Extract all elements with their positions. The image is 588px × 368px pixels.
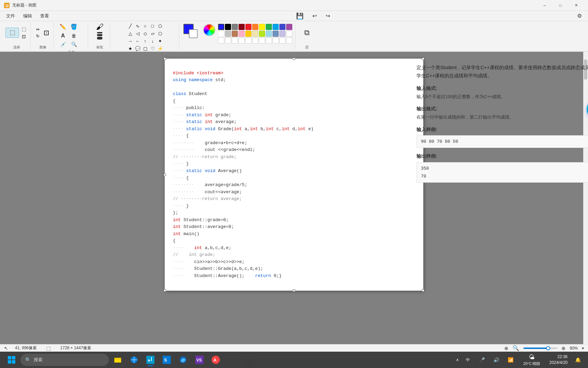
shape-hexagon[interactable]: ⬡ [157,30,164,37]
handle-bm[interactable] [293,289,295,292]
shape-larrow[interactable]: ← [134,37,141,44]
shape-line[interactable]: ╱ [127,22,134,29]
color-swatch-brown[interactable] [232,31,238,37]
shape-rarrow[interactable]: → [127,37,134,44]
color-swatch-custom11[interactable] [286,37,292,44]
rotate-btn[interactable]: ↻ [35,33,41,39]
brush-size-3[interactable] [97,37,102,40]
minimize-button[interactable]: ─ [537,0,553,11]
color-swatch-gray[interactable] [232,24,238,30]
shape-curve[interactable]: ∿ [134,22,141,29]
color-swatch-custom9[interactable] [273,37,279,44]
start-button[interactable] [4,352,19,367]
menu-file[interactable]: 文件 [3,12,18,20]
shape-triangle[interactable]: △ [127,30,134,37]
handle-tl[interactable] [164,58,166,60]
taskbar-app-files[interactable] [110,352,125,367]
color-swatch-purple[interactable] [286,24,292,30]
fill-btn[interactable]: 🪣 [69,22,79,31]
shape-rect[interactable]: □ [149,22,156,29]
undo-button[interactable]: ↩ [309,11,320,20]
redo-button[interactable]: ↪ [322,11,333,20]
color-swatch-white2[interactable] [286,31,292,37]
shape-callout[interactable]: 💬 [134,45,141,52]
brush-size-2[interactable] [97,34,102,36]
color-swatch-orange[interactable] [252,24,258,30]
notifications-btn[interactable]: 🔔 [572,354,584,366]
wifi-icon[interactable]: 📶 [505,354,517,366]
color-swatch-custom6[interactable] [252,37,258,44]
background-color[interactable] [189,29,198,38]
handle-tm[interactable] [293,58,295,60]
shape-star5[interactable]: ★ [127,45,134,52]
zoom-slider[interactable] [523,348,557,349]
color-swatch-custom4[interactable] [239,37,245,44]
taskbar-app-edge[interactable] [176,352,191,367]
tray-expand-btn[interactable]: ∧ [455,356,460,364]
weather-widget[interactable]: 🌤 20°C 晴朗 [518,352,545,367]
ime-btn[interactable]: 中 [462,354,474,366]
color-swatch-ltgray[interactable] [225,31,231,37]
color-swatch-custom1[interactable] [218,37,224,44]
zoom-thumb[interactable] [546,346,550,350]
color-swatch-custom2[interactable] [225,37,231,44]
crop2-btn[interactable]: ⊡ [42,28,51,37]
color-swatch-indigo[interactable] [279,24,285,30]
color-swatch-yellow[interactable] [259,24,265,30]
zoom-in-btn[interactable]: ⊕ [561,346,566,351]
color-swatch-custom8[interactable] [266,37,272,44]
color-swatch-pink[interactable] [239,31,245,37]
shape-rounded-rect[interactable]: ▢ [142,45,149,52]
shape-pentagon[interactable]: ⬠ [157,22,164,29]
text-btn[interactable]: A [58,32,68,40]
settings-button[interactable]: ⚙ [574,11,585,20]
menu-view[interactable]: 查看 [37,12,52,20]
taskbar-app-browser[interactable] [127,352,142,367]
color-swatch-white[interactable] [218,31,224,37]
layers-btn[interactable]: ⧉ [300,27,314,39]
color-swatch-beige[interactable] [252,31,258,37]
shape-oval[interactable]: ○ [142,22,149,29]
color-swatch-lime[interactable] [259,31,265,37]
shape-rtriangle[interactable]: ◁ [134,30,141,37]
taskbar-search[interactable]: 🔍 搜索 [20,354,109,366]
color-swatch-black[interactable] [225,24,231,30]
zoom-out-btn[interactable]: 🔍 [512,345,519,351]
save-button[interactable]: 💾 [293,11,307,21]
shape-heart[interactable]: ♡ [149,45,156,52]
handle-br[interactable] [422,289,424,292]
taskbar-app-other[interactable]: A [208,352,223,367]
color-swatch-custom7[interactable] [259,37,265,44]
color-swatch-ltblue[interactable] [266,31,272,37]
handle-ml[interactable] [164,173,166,176]
magnify-btn[interactable]: 🔍 [69,41,79,48]
mic-icon[interactable]: 🎤 [476,354,488,366]
eyedrop-btn[interactable]: 💉 [58,41,68,48]
color-swatch-red[interactable] [245,24,251,30]
taskbar-clock[interactable]: 22:36 2024/4/20 [547,354,570,366]
color-swatch-blue[interactable] [218,24,224,30]
color-swatch-custom10[interactable] [279,37,285,44]
eraser-btn[interactable]: 🗑 [69,32,79,40]
taskbar-app-paint[interactable] [143,352,158,367]
taskbar-app-store[interactable]: S [159,352,174,367]
shape-darrow[interactable]: ↓ [149,37,156,44]
color-swatch-cyan[interactable] [273,24,279,30]
crop-btn[interactable]: ⊡ [20,33,28,40]
maximize-button[interactable]: □ [553,0,568,11]
color-swatch-darkred[interactable] [239,24,245,30]
color-swatch-green[interactable] [266,24,272,30]
pencil-btn[interactable]: ✏️ [58,22,68,31]
color-swatch-custom3[interactable] [232,37,238,44]
color-swatch-gold[interactable] [245,31,251,37]
color-swatch-dkblue[interactable] [273,31,279,37]
brush-size-1[interactable] [97,32,102,33]
menu-edit[interactable]: 编辑 [20,12,35,20]
freeselect-btn[interactable]: ⬚ [20,26,28,32]
select-tool-btn[interactable]: ⬚ [5,28,19,38]
color-swatch-custom5[interactable] [245,37,251,44]
taskbar-app-vs[interactable]: VS [192,352,207,367]
color-swatch-lavender[interactable] [279,31,285,37]
shape-parallelogram[interactable]: ▱ [149,30,156,37]
shape-uarrow[interactable]: ↑ [142,37,149,44]
